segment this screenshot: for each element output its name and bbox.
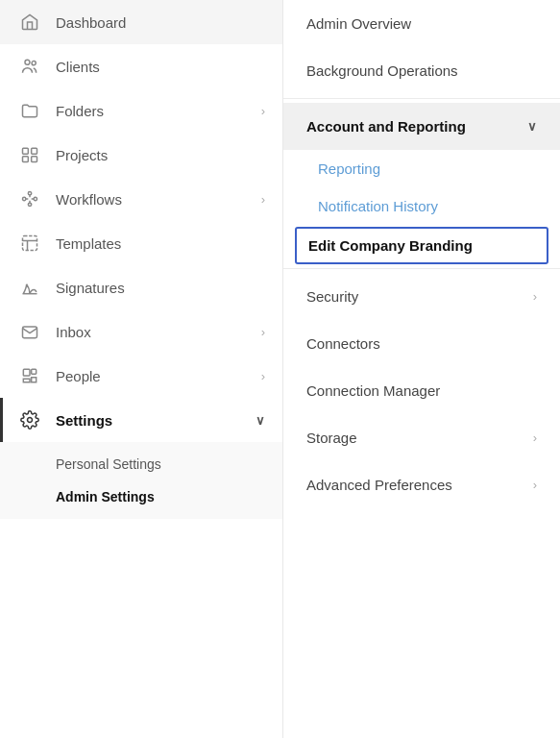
folder-icon	[17, 101, 42, 120]
sidebar-item-clients[interactable]: Clients	[0, 44, 282, 88]
right-subitem-reporting[interactable]: Reporting	[283, 150, 560, 187]
svg-rect-10	[23, 236, 37, 251]
connectors-label: Connectors	[306, 335, 380, 352]
svg-rect-5	[32, 157, 37, 162]
right-item-security[interactable]: Security ›	[283, 273, 560, 320]
sidebar-item-signatures[interactable]: Signatures	[0, 265, 282, 309]
projects-icon	[17, 145, 42, 164]
sidebar-item-projects[interactable]: Projects	[0, 133, 282, 177]
sidebar-item-settings[interactable]: Settings ∨	[0, 398, 282, 442]
svg-rect-13	[23, 369, 30, 376]
sidebar-label-clients: Clients	[56, 59, 100, 75]
gear-icon	[17, 410, 42, 430]
chevron-right-icon: ›	[261, 104, 265, 118]
background-operations-label: Background Operations	[306, 62, 458, 79]
storage-label: Storage	[306, 430, 357, 446]
admin-overview-label: Admin Overview	[306, 15, 411, 32]
sidebar: Dashboard Clients Folders ›	[0, 0, 283, 738]
chevron-right-icon: ›	[533, 289, 537, 304]
sidebar-item-people[interactable]: People ›	[0, 354, 282, 398]
connection-manager-label: Connection Manager	[306, 382, 440, 399]
account-reporting-label: Account and Reporting	[306, 118, 466, 135]
svg-rect-14	[32, 369, 37, 374]
svg-point-1	[32, 62, 36, 65]
svg-point-0	[25, 60, 30, 64]
sidebar-label-projects: Projects	[56, 147, 108, 163]
sidebar-subitem-personal-settings[interactable]: Personal Settings	[56, 448, 282, 480]
chevron-right-icon: ›	[261, 325, 265, 339]
sidebar-label-templates: Templates	[56, 235, 121, 252]
chevron-down-icon: ∨	[256, 413, 265, 428]
right-subitem-notification-history[interactable]: Notification History	[283, 187, 560, 225]
right-subitem-edit-company-branding[interactable]: Edit Company Branding	[295, 227, 548, 264]
sidebar-label-workflows: Workflows	[56, 191, 122, 208]
svg-point-6	[23, 197, 26, 200]
sidebar-label-dashboard: Dashboard	[56, 14, 126, 31]
right-item-admin-overview[interactable]: Admin Overview	[283, 0, 560, 47]
svg-rect-4	[23, 157, 29, 162]
home-icon	[17, 12, 42, 32]
right-item-background-operations[interactable]: Background Operations	[283, 47, 560, 94]
person-icon	[17, 366, 42, 385]
svg-rect-2	[23, 148, 29, 154]
svg-point-7	[28, 192, 31, 195]
chevron-right-icon: ›	[261, 192, 265, 207]
svg-point-9	[28, 203, 31, 206]
sidebar-item-templates[interactable]: Templates	[0, 221, 282, 265]
sidebar-label-signatures: Signatures	[56, 280, 125, 296]
sidebar-item-workflows[interactable]: Workflows ›	[0, 177, 282, 221]
chevron-down-icon: ∨	[527, 119, 537, 134]
sidebar-label-folders: Folders	[56, 103, 104, 119]
advanced-preferences-label: Advanced Preferences	[306, 477, 452, 493]
sidebar-label-inbox: Inbox	[56, 324, 91, 340]
right-panel: Admin Overview Background Operations Acc…	[283, 0, 560, 738]
sidebar-subitem-admin-settings[interactable]: Admin Settings	[56, 480, 282, 513]
divider	[283, 98, 560, 99]
right-item-storage[interactable]: Storage ›	[283, 414, 560, 461]
sidebar-item-folders[interactable]: Folders ›	[0, 88, 282, 133]
sidebar-label-settings: Settings	[56, 412, 112, 429]
clients-icon	[17, 57, 42, 76]
svg-point-8	[34, 197, 37, 200]
templates-icon	[17, 234, 42, 253]
signatures-icon	[17, 278, 42, 297]
right-item-advanced-preferences[interactable]: Advanced Preferences ›	[283, 461, 560, 508]
svg-point-15	[28, 418, 33, 423]
settings-submenu: Personal Settings Admin Settings	[0, 442, 282, 519]
svg-rect-3	[32, 148, 37, 154]
security-label: Security	[306, 288, 358, 305]
workflows-icon	[17, 189, 42, 209]
chevron-right-icon: ›	[533, 430, 537, 445]
right-item-connectors[interactable]: Connectors	[283, 320, 560, 367]
sidebar-item-inbox[interactable]: Inbox ›	[0, 309, 282, 354]
chevron-right-icon: ›	[533, 478, 537, 492]
divider	[283, 268, 560, 269]
chevron-right-icon: ›	[261, 369, 265, 383]
sidebar-label-people: People	[56, 368, 101, 384]
inbox-icon	[17, 322, 42, 341]
right-item-account-reporting[interactable]: Account and Reporting ∨	[283, 103, 560, 150]
right-item-connection-manager[interactable]: Connection Manager	[283, 367, 560, 414]
sidebar-item-dashboard[interactable]: Dashboard	[0, 0, 282, 44]
